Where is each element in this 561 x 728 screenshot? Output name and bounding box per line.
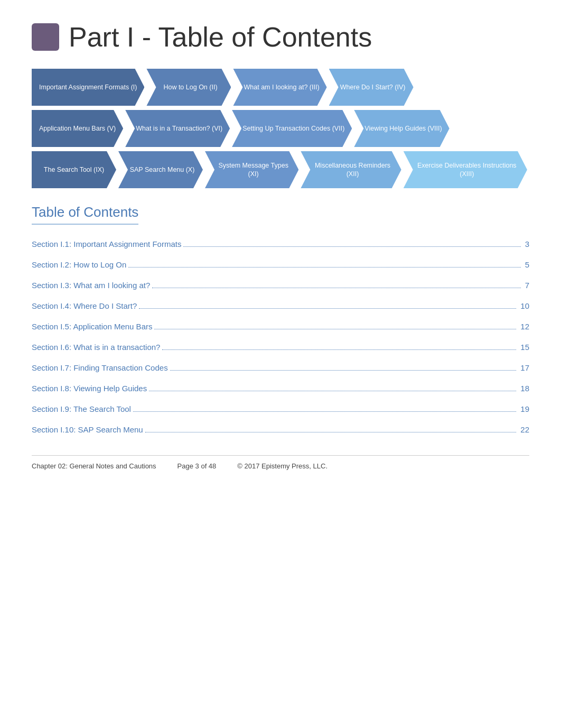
toc-entries: Section I.1: Important Assignment Format… <box>32 239 529 434</box>
nav-arrow-3-5[interactable]: Exercise Deliverables Instructions (XIII… <box>404 151 527 188</box>
toc-entry-text-2: Section I.2: How to Log On <box>32 260 126 269</box>
toc-dots-2 <box>128 267 520 268</box>
toc-dots-1 <box>183 246 520 247</box>
toc-entry-text-3: Section I.3: What am I looking at? <box>32 281 150 290</box>
toc-entry-2[interactable]: Section I.2: How to Log On5 <box>32 260 529 269</box>
nav-row-3: The Search Tool (IX)SAP Search Menu (X)S… <box>32 151 529 188</box>
nav-arrow-1-3[interactable]: What am I looking at? (III) <box>233 69 326 106</box>
toc-entry-7[interactable]: Section I.7: Finding Transaction Codes17 <box>32 363 529 372</box>
toc-page-2: 5 <box>523 260 529 269</box>
nav-arrow-label-3-1: The Search Tool (IX) <box>44 165 104 174</box>
toc-entry-1[interactable]: Section I.1: Important Assignment Format… <box>32 239 529 248</box>
toc-dots-10 <box>145 432 517 432</box>
toc-entry-4[interactable]: Section I.4: Where Do I Start?10 <box>32 301 529 310</box>
nav-arrow-2-4[interactable]: Viewing Help Guides (VIII) <box>354 110 449 147</box>
nav-arrow-label-1-2: How to Log On (II) <box>163 83 217 91</box>
toc-entry-3[interactable]: Section I.3: What am I looking at?7 <box>32 281 529 290</box>
toc-dots-6 <box>162 349 516 350</box>
nav-arrow-label-1-1: Important Assignment Formats (I) <box>39 83 137 91</box>
nav-arrow-label-2-4: Viewing Help Guides (VIII) <box>364 124 442 133</box>
nav-arrow-label-2-1: Application Menu Bars (V) <box>39 124 116 133</box>
nav-arrow-label-1-4: Where Do I Start? (IV) <box>340 83 406 91</box>
toc-entry-9[interactable]: Section I.9: The Search Tool19 <box>32 404 529 413</box>
toc-dots-4 <box>139 308 516 309</box>
toc-dots-7 <box>170 370 517 371</box>
toc-page-3: 7 <box>523 281 529 290</box>
toc-entry-text-5: Section I.5: Application Menu Bars <box>32 322 152 331</box>
page-title-area: Part I - Table of Contents <box>32 21 529 53</box>
nav-arrow-label-3-5: Exercise Deliverables Instructions (XIII… <box>414 161 520 179</box>
toc-entry-text-8: Section I.8: Viewing Help Guides <box>32 384 147 393</box>
toc-page-6: 15 <box>518 343 529 352</box>
toc-dots-9 <box>133 411 516 412</box>
toc-entry-text-10: Section I.10: SAP Search Menu <box>32 425 143 434</box>
nav-arrow-label-2-2: What is in a Transaction? (VI) <box>136 124 222 133</box>
toc-entry-text-4: Section I.4: Where Do I Start? <box>32 301 137 310</box>
toc-entry-text-6: Section I.6: What is in a transaction? <box>32 343 160 352</box>
title-icon <box>32 23 59 51</box>
nav-arrow-label-3-3: System Message Types (XI) <box>216 161 291 179</box>
toc-dots-5 <box>154 329 516 329</box>
nav-arrow-2-1[interactable]: Application Menu Bars (V) <box>32 110 123 147</box>
toc-entry-text-7: Section I.7: Finding Transaction Codes <box>32 363 168 372</box>
toc-page-7: 17 <box>518 363 529 372</box>
toc-page-1: 3 <box>523 239 529 248</box>
nav-arrow-label-3-4: Miscellaneous Reminders (XII) <box>311 161 394 179</box>
footer-page: Page 3 of 48 <box>177 462 217 470</box>
footer-copyright: © 2017 Epistemy Press, LLC. <box>237 462 328 470</box>
nav-arrow-3-3[interactable]: System Message Types (XI) <box>205 151 298 188</box>
nav-arrow-label-1-3: What am I looking at? (III) <box>244 83 319 91</box>
nav-row-2: Application Menu Bars (V)What is in a Tr… <box>32 110 529 147</box>
page-title: Part I - Table of Contents <box>69 21 372 53</box>
footer-chapter: Chapter 02: General Notes and Cautions <box>32 462 156 470</box>
toc-title: Table of Contents <box>32 204 138 225</box>
toc-dots-3 <box>152 288 520 288</box>
toc-page-8: 18 <box>518 384 529 393</box>
footer: Chapter 02: General Notes and Cautions P… <box>32 455 529 470</box>
nav-grid: Important Assignment Formats (I)How to L… <box>32 69 529 188</box>
nav-arrow-3-4[interactable]: Miscellaneous Reminders (XII) <box>301 151 401 188</box>
toc-entry-8[interactable]: Section I.8: Viewing Help Guides18 <box>32 384 529 393</box>
nav-row-1: Important Assignment Formats (I)How to L… <box>32 69 529 106</box>
nav-arrow-1-1[interactable]: Important Assignment Formats (I) <box>32 69 144 106</box>
toc-page-5: 12 <box>518 322 529 331</box>
nav-arrow-3-2[interactable]: SAP Search Menu (X) <box>118 151 203 188</box>
toc-entry-10[interactable]: Section I.10: SAP Search Menu22 <box>32 425 529 434</box>
toc-entry-text-1: Section I.1: Important Assignment Format… <box>32 239 181 248</box>
nav-arrow-3-1[interactable]: The Search Tool (IX) <box>32 151 116 188</box>
nav-arrow-2-3[interactable]: Setting Up Transaction Codes (VII) <box>232 110 352 147</box>
nav-arrow-label-3-2: SAP Search Menu (X) <box>130 165 195 174</box>
nav-arrow-label-2-3: Setting Up Transaction Codes (VII) <box>242 124 344 133</box>
nav-arrow-1-2[interactable]: How to Log On (II) <box>146 69 231 106</box>
toc-dots-8 <box>149 391 516 391</box>
toc-section: Table of Contents Section I.1: Important… <box>32 204 529 434</box>
toc-page-10: 22 <box>518 425 529 434</box>
toc-page-4: 10 <box>518 301 529 310</box>
nav-arrow-2-2[interactable]: What is in a Transaction? (VI) <box>125 110 230 147</box>
toc-entry-6[interactable]: Section I.6: What is in a transaction?15 <box>32 343 529 352</box>
toc-entry-5[interactable]: Section I.5: Application Menu Bars12 <box>32 322 529 331</box>
nav-arrow-1-4[interactable]: Where Do I Start? (IV) <box>329 69 414 106</box>
toc-page-9: 19 <box>518 404 529 413</box>
toc-entry-text-9: Section I.9: The Search Tool <box>32 404 131 413</box>
